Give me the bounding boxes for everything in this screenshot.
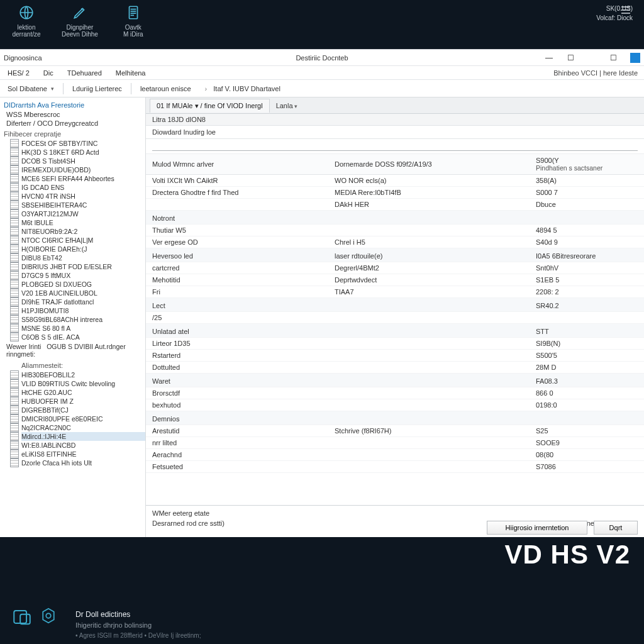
tabstrip: 01 If MUAle ▾ / fine Of VIOD Inergl Lanl… bbox=[146, 97, 644, 114]
tree-item[interactable]: NTOC CI6RIC EfHA|L|M bbox=[21, 236, 145, 245]
tree-item[interactable]: VLID B09RTIUS Cwitc blevoling bbox=[21, 379, 145, 388]
tree-item[interactable]: HK(3D S 18KET 6RD Actd bbox=[21, 148, 145, 157]
tree-item[interactable]: IG DCAD ENS bbox=[21, 183, 145, 192]
tree-item[interactable]: Nq2ICRAC2N0C bbox=[21, 423, 145, 432]
tree-item[interactable]: H1PJIBOMUTI8 bbox=[21, 306, 145, 315]
tree-item[interactable]: D7GC9 5 lftMUX bbox=[21, 271, 145, 280]
tree-item[interactable]: HVCN0 4TR iNSH bbox=[21, 192, 145, 201]
table-row[interactable]: Ver ergese ODChrel i H5S40d 9 bbox=[146, 236, 644, 248]
restore-button[interactable]: ☐ bbox=[609, 53, 618, 62]
menubar: HES/ 2 Dic TDehuared Melhitena Bhinbeo V… bbox=[0, 66, 644, 80]
tree-sub-2[interactable]: Diferterr / OCO Drreygcreatcd bbox=[4, 119, 145, 128]
tree-item[interactable]: M6t IBULE bbox=[21, 218, 145, 227]
table-row[interactable]: Thutiar W54894 5 bbox=[146, 225, 644, 236]
footer-line-1: WMer eeterg etate bbox=[152, 509, 638, 517]
table-row[interactable]: Notront bbox=[146, 211, 644, 225]
table-row[interactable]: Brorsctdf866 0 bbox=[146, 387, 644, 399]
table-row[interactable]: Drectera Ghodtre f fird ThedMEDIA Rere:I… bbox=[146, 187, 644, 199]
ribbon-item-2[interactable]: Dignpiher Deevn Dihhe bbox=[62, 4, 98, 38]
tree-item[interactable]: WI:E8.IABLiNCBD bbox=[21, 441, 145, 450]
export-button[interactable]: Dqrt bbox=[594, 521, 638, 535]
toolbar-item-4[interactable]: Itaf V. IUBV Dhartavel bbox=[200, 82, 286, 95]
brand-line-1: Dr Doll edictines bbox=[75, 610, 130, 619]
tree-item[interactable]: DIBRIUS JHBT FOD E/ESLER bbox=[21, 262, 145, 271]
table-row[interactable]: DAkH HERDbuce bbox=[146, 199, 644, 211]
tree-item[interactable]: MCE6 SEFI ERFA44 Ahbeortes bbox=[21, 174, 145, 183]
toolbar-item-3[interactable]: leetaroun enisce bbox=[135, 82, 196, 95]
tree-cat1-list: FOCESt OF SBTBY/TINCHK(3D S 18KET 6RD Ac… bbox=[4, 139, 145, 341]
tree-item[interactable]: C6OB S 5 dIE. ACA bbox=[21, 333, 145, 341]
table-row[interactable]: Dottulted28M D bbox=[146, 362, 644, 374]
table-row[interactable]: RstarterdS500'5 bbox=[146, 350, 644, 362]
table-row[interactable]: MehotitidDeprtwdvdectS1EB 5 bbox=[146, 274, 644, 286]
grid-header-row: Mulod Wrmnc arlver Dornemarde DOSS f09f2… bbox=[146, 154, 644, 175]
tab-dropdown[interactable]: Lanla bbox=[276, 102, 297, 109]
table-row[interactable]: WaretFA08.3 bbox=[146, 374, 644, 387]
ribbon-item-1[interactable]: lektion derrant/ze bbox=[9, 4, 44, 38]
maximize-button[interactable]: ☐ bbox=[566, 53, 575, 62]
table-row[interactable]: Lirteor 1D35SI9B(N) bbox=[146, 338, 644, 350]
table-row[interactable]: cartcrredDegrerl/4BMt2Snt0hV bbox=[146, 262, 644, 274]
titlebar: Dignoosinca Destiriic Docnteb — ☐ ☐ bbox=[0, 50, 644, 66]
tree-item[interactable]: H(OIBORIE DAREh:(J bbox=[21, 245, 145, 253]
hamburger-icon[interactable] bbox=[621, 6, 630, 15]
col-3-header[interactable]: S900(Y Pindhatien s sactsaner bbox=[530, 154, 644, 175]
tree-item[interactable]: Dzorle Cfaca Hh iots Ult bbox=[21, 458, 145, 467]
menu-item-4[interactable]: Melhitena bbox=[109, 67, 152, 79]
tree-item[interactable]: V20 1EB AUCINEILUBOL bbox=[21, 289, 145, 297]
table-row[interactable]: bexhutod0198:0 bbox=[146, 399, 644, 411]
menu-item-2[interactable]: Dic bbox=[37, 67, 60, 79]
table-row[interactable]: FriTIAA72208: 2 bbox=[146, 286, 644, 298]
table-row[interactable]: FetsuetedS7086 bbox=[146, 461, 644, 473]
tree-item[interactable]: DIGREBBTif(CJ bbox=[21, 406, 145, 414]
tab-1[interactable]: 01 If MUAle ▾ / fine Of VIOD Inergl bbox=[150, 99, 270, 113]
filter-input[interactable] bbox=[152, 142, 638, 151]
tree-item[interactable]: Mdircd.:IJHi:4E bbox=[21, 432, 145, 441]
ribbon-item-3-label: Oavtk M iDira bbox=[123, 24, 143, 38]
table-row[interactable]: Volti IXClt Wh CAiktRWO NOR ecls(a)358(A… bbox=[146, 175, 644, 187]
table-row[interactable]: /25 bbox=[146, 312, 644, 324]
table-row[interactable]: ArestutidStchrive (f8RI67H)S25 bbox=[146, 425, 644, 437]
pen-icon bbox=[71, 4, 89, 21]
tree-item[interactable]: FOCESt OF SBTBY/TINC bbox=[21, 139, 145, 148]
tree-item[interactable]: S58G9tiBL68AChH intrerea bbox=[21, 315, 145, 324]
tree-cat2-label: Aliammesteit: bbox=[4, 359, 145, 370]
tree-item[interactable]: DI9hE TRAJF datlottancl bbox=[21, 297, 145, 306]
tree-sub-1[interactable]: WSS Mberescroc bbox=[4, 110, 145, 119]
tree-item[interactable]: DIBU8 EbT42 bbox=[21, 253, 145, 262]
minimize-button[interactable]: — bbox=[545, 53, 553, 62]
tree-item[interactable]: DMICRI80UPFE e8E0REIC bbox=[21, 414, 145, 423]
tree-item[interactable]: PLOBGED SI DXUEOG bbox=[21, 280, 145, 289]
table-row[interactable]: LectSR40.2 bbox=[146, 298, 644, 312]
close-button[interactable] bbox=[630, 53, 640, 63]
tree-item[interactable]: HUBUOFER IM Z bbox=[21, 397, 145, 406]
tree-item[interactable]: DCOB S Tisbt4SH bbox=[21, 157, 145, 165]
table-row[interactable]: nrr liltedSOOE9 bbox=[146, 437, 644, 449]
toolbar-item-1[interactable]: Sol Dibatene bbox=[3, 82, 59, 95]
tree-item[interactable]: eLiKIS8 EITFINHE bbox=[21, 450, 145, 458]
col-1-header[interactable]: Mulod Wrmnc arlver bbox=[146, 154, 328, 175]
ribbon-item-3[interactable]: Oavtk M iDira bbox=[116, 4, 151, 38]
toolbar-item-2[interactable]: Lduriig Lierterec bbox=[67, 82, 127, 95]
col-2-header[interactable]: Dornemarde DOSS f09f2/A19/3 bbox=[328, 154, 530, 175]
tree-item[interactable]: HIB30BEFOBLIL2 bbox=[21, 370, 145, 379]
menu-item-1[interactable]: HES/ 2 bbox=[1, 67, 36, 79]
table-row[interactable]: Unlatad atelSTT bbox=[146, 324, 644, 338]
tree-item[interactable]: SBSEHIBEIHTERA4C bbox=[21, 201, 145, 209]
tree-item[interactable]: MSNE S6 80 fl A bbox=[21, 324, 145, 333]
tree-heading[interactable]: DIDrarrtsh Ava Frerestorie bbox=[4, 100, 145, 110]
spacer-icon bbox=[587, 53, 596, 62]
tree-tail-row[interactable]: Wewer Irinti OGUB S DVIBII Aut.rdnger ri… bbox=[4, 341, 145, 359]
table-row[interactable]: Aerachnd08(80 bbox=[146, 449, 644, 461]
diagnose-button[interactable]: Hiigrosio irnerntetion bbox=[487, 521, 587, 535]
tree-item[interactable]: NIT8EUORb9:2A:2 bbox=[21, 227, 145, 236]
brand-icons bbox=[11, 606, 58, 628]
table-row[interactable]: Heversoo ledlaser rdtouile(e)I0A5 6Bitre… bbox=[146, 248, 644, 262]
menu-item-3[interactable]: TDehuared bbox=[61, 67, 108, 79]
window-controls: — ☐ ☐ bbox=[545, 53, 640, 63]
table-row[interactable]: Demnios bbox=[146, 411, 644, 425]
tree-item[interactable]: O3YARTJI212MJW bbox=[21, 209, 145, 218]
toolbar: Sol Dibatene Lduriig Lierterec leetaroun… bbox=[0, 80, 644, 97]
tree-item[interactable]: IREMEXDUIDUE)OBD) bbox=[21, 165, 145, 174]
tree-item[interactable]: HtCHE G20.AUC bbox=[21, 388, 145, 397]
